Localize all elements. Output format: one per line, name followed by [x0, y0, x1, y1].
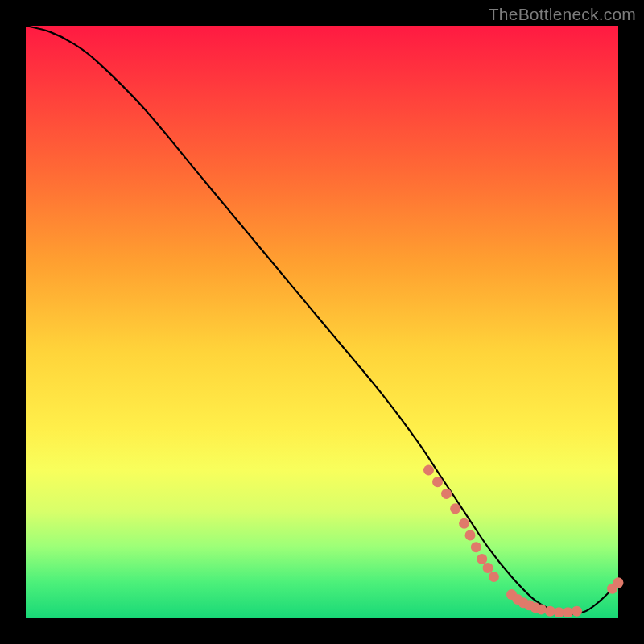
marker-point: [465, 530, 476, 540]
marker-point: [563, 607, 573, 617]
marker-point: [477, 554, 487, 564]
highlight-markers: [423, 465, 624, 618]
marker-point: [613, 577, 624, 588]
marker-point: [432, 477, 443, 487]
marker-point: [536, 604, 547, 614]
marker-point: [572, 606, 582, 617]
marker-point: [459, 518, 469, 529]
bottleneck-curve: [26, 26, 618, 613]
marker-point: [441, 489, 452, 499]
marker-point: [471, 542, 481, 552]
marker-point: [545, 606, 555, 617]
marker-point: [489, 572, 499, 582]
curve-layer: [26, 26, 618, 618]
watermark-text: TheBottleneck.com: [489, 5, 636, 24]
marker-point: [450, 503, 460, 514]
marker-point: [483, 563, 493, 573]
marker-point: [423, 465, 434, 476]
chart-container: TheBottleneck.com: [0, 0, 644, 644]
plot-area: [26, 26, 618, 618]
